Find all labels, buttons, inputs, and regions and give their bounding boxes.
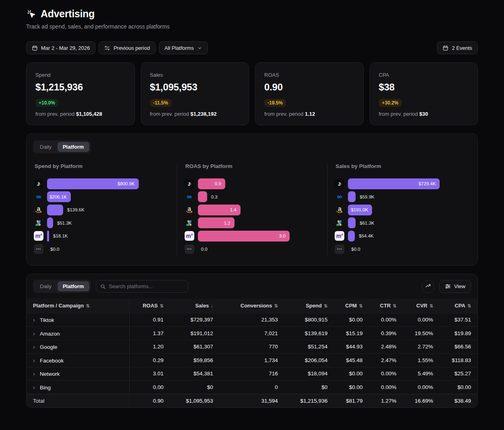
bar-value-label: $0.0 xyxy=(50,247,59,252)
bar-tiktok[interactable]: $729.4K xyxy=(348,178,440,189)
expand-chevron-icon[interactable]: › xyxy=(33,316,35,323)
table-total-row: Total 0.90$1,095,95331,594$1,215,936$81.… xyxy=(27,394,477,407)
bar-meta[interactable]: $206.1K xyxy=(47,191,71,202)
chart-bar-row-meta: ∞ $59.9K xyxy=(335,190,470,204)
bar-value-label: 0.3 xyxy=(211,195,218,199)
platform-table: Platform / Campaign⇅ ROAS⇅ Sales↓ Conver… xyxy=(27,299,477,407)
table-row-facebook[interactable]: ›Facebook 0.29$59,8561,734$206,054$45.48… xyxy=(27,354,477,367)
chart-1: ROAS by Platform ♪ 0.9 ∞ 0.3 a xyxy=(177,163,327,256)
charts-tab-daily[interactable]: Daily xyxy=(35,142,57,152)
table-row-tiktok[interactable]: ›Tiktok 0.91$729,39721,353$800,915$0.000… xyxy=(27,313,477,327)
kpi-change-badge: +30.2% xyxy=(379,99,402,107)
column-header-roas[interactable]: ROAS⇅ xyxy=(130,299,170,313)
metric-cell: 0.29 xyxy=(130,354,170,367)
column-header-ctr[interactable]: CTR⇅ xyxy=(369,299,403,313)
expand-chevron-icon[interactable]: › xyxy=(33,357,35,364)
table-row-amazon[interactable]: ›Amazon 1.37$191,0127,021$139,619$15.190… xyxy=(27,327,477,340)
compare-period-button[interactable]: Previous period xyxy=(99,41,155,54)
platform-cell[interactable]: ›Google xyxy=(27,340,130,354)
expand-chevron-icon[interactable]: › xyxy=(33,343,35,350)
kpi-prev-period: from prev. period 1.12 xyxy=(264,111,354,117)
bar-meta[interactable] xyxy=(348,191,356,202)
bar-tiktok[interactable]: 0.9 xyxy=(198,178,225,189)
platform-filter-dropdown[interactable]: All Platforms xyxy=(159,41,208,54)
chart-bar-row-amazon: a $139.6K xyxy=(34,203,170,217)
bar-value-label: $139.6K xyxy=(67,207,84,212)
bar-google[interactable] xyxy=(47,217,53,228)
bar-track: 1.4 xyxy=(198,205,320,215)
charts-tab-platform[interactable]: Platform xyxy=(58,142,89,152)
chart-2: Sales by Platform ♪ $729.4K ∞ $59.9K a xyxy=(327,163,477,256)
column-header-cpa[interactable]: CPA⇅ xyxy=(440,299,477,313)
other-platform-icon: ••• xyxy=(335,244,344,254)
expand-chevron-icon[interactable]: › xyxy=(33,370,35,377)
bar-network[interactable] xyxy=(47,231,49,242)
chart-0: Spend by Platform ♪ $800.9K ∞ $206.1K a xyxy=(27,163,177,256)
sort-desc-icon: ↓ xyxy=(211,303,213,308)
platform-cell[interactable]: ›Tiktok xyxy=(27,313,130,327)
date-range-button[interactable]: Mar 2 - Mar 29, 2026 xyxy=(26,41,95,54)
chart-bar-row-network: md $18.1K xyxy=(34,229,170,243)
kpi-value: $38 xyxy=(379,82,469,93)
bar-track: $800.9K xyxy=(47,178,170,189)
search-input[interactable] xyxy=(109,283,184,289)
bar-google[interactable]: 1.2 xyxy=(198,217,235,228)
metric-cell: 3.01 xyxy=(130,367,170,381)
bar-amazon[interactable]: 1.4 xyxy=(198,205,241,215)
trending-up-icon xyxy=(425,283,431,289)
meta-icon: ∞ xyxy=(335,192,344,202)
platform-cell[interactable]: ›Amazon xyxy=(27,327,130,340)
search-box xyxy=(96,280,188,293)
metric-cell: 0.00% xyxy=(369,367,403,381)
bar-value-label: 0.9 xyxy=(215,181,225,186)
table-row-bing[interactable]: ›Bing 0.00$00$0$0.000.00%0.00%$0.00 xyxy=(27,381,477,394)
view-button[interactable]: View xyxy=(439,280,471,293)
bar-track: $61.3K xyxy=(348,217,470,228)
metric-cell: 21,353 xyxy=(220,313,284,327)
column-header-sales[interactable]: Sales↓ xyxy=(170,299,219,313)
kpi-card-roas: ROAS 0.90 -19.5% from prev. period 1.12 xyxy=(255,62,364,125)
bar-track: $0.0 xyxy=(47,244,170,254)
trend-chart-button[interactable] xyxy=(422,280,434,293)
bar-value-label: $729.4K xyxy=(418,181,440,186)
other-platform-icon: ••• xyxy=(34,244,43,254)
bar-google[interactable] xyxy=(348,217,356,228)
total-metric-cell: 1.27% xyxy=(369,394,403,407)
bar-meta[interactable] xyxy=(198,191,207,202)
column-header-cpm[interactable]: CPM⇅ xyxy=(334,299,369,313)
chart-bar-row-tiktok: ♪ 0.9 xyxy=(185,177,320,190)
table-panel: Daily Platform View Plat xyxy=(26,274,478,408)
table-row-network[interactable]: ›Network 3.01$54,381716$18,094$0.000.00%… xyxy=(27,367,477,381)
metric-cell: $118.83 xyxy=(440,354,477,367)
table-tab-daily[interactable]: Daily xyxy=(35,281,57,291)
column-header-spend[interactable]: Spend⇅ xyxy=(284,299,334,313)
kpi-label: ROAS xyxy=(264,72,354,78)
column-header-conversions[interactable]: Conversions⇅ xyxy=(220,299,284,313)
chart-title: Sales by Platform xyxy=(335,163,470,169)
kpi-value: 0.90 xyxy=(264,82,354,93)
bar-value-label: $18.1K xyxy=(53,233,68,238)
chart-title: Spend by Platform xyxy=(34,163,170,169)
metric-cell: $61,307 xyxy=(170,340,219,354)
charts-panel: Daily Platform Spend by Platform ♪ $800.… xyxy=(26,133,478,266)
table-tab-platform[interactable]: Platform xyxy=(58,281,89,291)
platform-cell[interactable]: ›Network xyxy=(27,367,130,381)
kpi-change-badge: -11.5% xyxy=(150,99,171,107)
bar-network[interactable] xyxy=(348,231,355,242)
bar-amazon[interactable]: $191.0K xyxy=(348,205,372,215)
bar-value-label: $191.0K xyxy=(351,207,372,212)
platform-cell[interactable]: ›Facebook xyxy=(27,354,130,367)
bar-network[interactable]: 3.0 xyxy=(198,231,290,242)
expand-chevron-icon[interactable]: › xyxy=(33,384,35,391)
kpi-value: $1,095,953 xyxy=(150,82,240,93)
column-header-platform-campaign[interactable]: Platform / Campaign⇅ xyxy=(27,299,130,313)
table-row-google[interactable]: ›Google 1.20$61,307770$51,254$44.932.48%… xyxy=(27,340,477,354)
page-header: Advertising xyxy=(26,8,478,20)
chart-bar-row-amazon: a 1.4 xyxy=(185,203,320,217)
expand-chevron-icon[interactable]: › xyxy=(33,330,35,337)
bar-tiktok[interactable]: $800.9K xyxy=(47,178,139,189)
bar-amazon[interactable] xyxy=(47,205,63,215)
platform-cell[interactable]: ›Bing xyxy=(27,381,130,394)
events-button[interactable]: 2 Events xyxy=(437,41,478,54)
column-header-cvr[interactable]: CVR⇅ xyxy=(403,299,439,313)
